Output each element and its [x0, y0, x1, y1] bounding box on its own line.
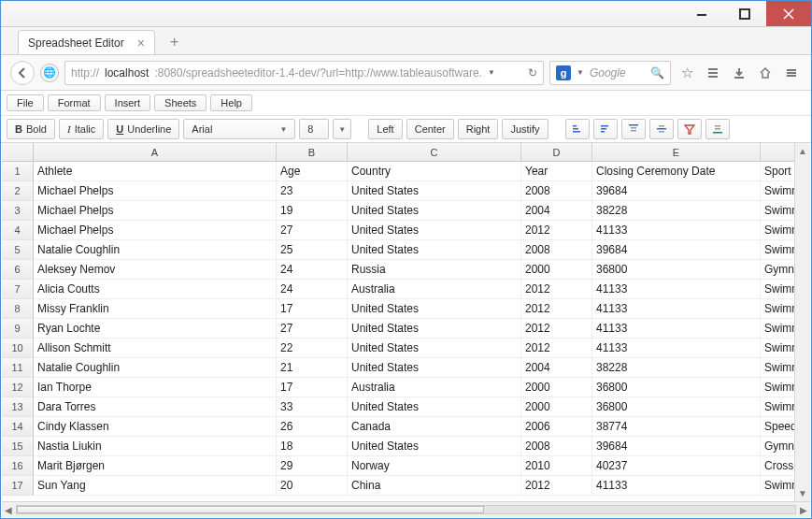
row-header[interactable]: 2 [2, 181, 34, 201]
cell[interactable]: Age [277, 162, 348, 181]
row-header[interactable]: 7 [2, 280, 34, 299]
cell[interactable]: Michael Phelps [34, 221, 277, 240]
filter-button[interactable] [677, 119, 702, 139]
font-select[interactable]: Arial▼ [183, 119, 295, 139]
scroll-up-icon[interactable]: ▲ [798, 146, 807, 156]
cell[interactable]: United States [348, 358, 521, 378]
row-header[interactable]: 6 [2, 260, 34, 280]
row-header[interactable]: 10 [2, 339, 34, 358]
scrollbar-track[interactable] [16, 505, 796, 514]
cell[interactable]: Athlete [34, 162, 277, 181]
cell[interactable]: United States [348, 201, 521, 221]
cell[interactable]: Alicia Coutts [34, 280, 277, 299]
cell[interactable]: 41133 [592, 476, 761, 496]
new-tab-button[interactable]: + [163, 30, 186, 54]
cell[interactable]: 2000 [521, 397, 592, 417]
row-header[interactable]: 12 [2, 378, 34, 397]
cell[interactable]: 41133 [592, 280, 761, 299]
spreadsheet-grid[interactable]: ABCDE1AthleteAgeCountryYearClosing Cerem… [2, 143, 810, 501]
align-center-button[interactable]: Center [406, 119, 454, 139]
cell[interactable]: Marit Bjørgen [34, 456, 277, 476]
align-justify-button[interactable]: Justify [502, 119, 548, 139]
cell[interactable]: 17 [277, 299, 348, 319]
tab-close-icon[interactable]: × [137, 36, 145, 50]
row-header[interactable]: 9 [2, 319, 34, 339]
cell[interactable]: Natalie Coughlin [34, 240, 277, 260]
cell[interactable]: 38774 [592, 417, 761, 437]
cell[interactable]: 2012 [521, 339, 592, 358]
scroll-right-icon[interactable]: ▶ [800, 505, 807, 515]
search-box[interactable]: g ▼ Google 🔍 [549, 61, 671, 85]
bookmark-star-icon[interactable]: ☆ [677, 63, 697, 83]
menu-file[interactable]: File [7, 94, 44, 111]
row-header[interactable]: 13 [2, 397, 34, 417]
menu-help[interactable]: Help [210, 94, 252, 111]
reload-icon[interactable]: ↻ [528, 66, 537, 79]
home-icon[interactable] [755, 63, 776, 83]
cell[interactable]: 36800 [592, 378, 761, 397]
cell[interactable]: 2000 [521, 378, 592, 397]
menu-icon[interactable] [781, 63, 802, 83]
cell[interactable]: United States [348, 397, 521, 417]
cell[interactable]: Michael Phelps [34, 201, 277, 221]
column-header[interactable]: D [521, 143, 592, 162]
address-bar[interactable]: http://localhost:8080/spreadsheeteditor-… [64, 61, 544, 85]
valign-bottom-button[interactable] [705, 119, 730, 139]
cell[interactable]: United States [348, 221, 521, 240]
cell[interactable]: 2006 [521, 417, 592, 437]
bookmarks-list-icon[interactable] [703, 63, 723, 83]
cell[interactable]: 25 [277, 240, 348, 260]
row-header[interactable]: 3 [2, 201, 34, 221]
column-header[interactable]: C [348, 143, 521, 162]
cell[interactable]: Sun Yang [34, 476, 277, 496]
cell[interactable]: 23 [277, 181, 348, 201]
cell[interactable]: 2008 [521, 181, 592, 201]
cell[interactable]: United States [348, 181, 521, 201]
cell[interactable]: 41133 [592, 299, 761, 319]
cell[interactable]: United States [348, 319, 521, 339]
align-left-button[interactable]: Left [368, 119, 402, 139]
cell[interactable]: United States [348, 240, 521, 260]
browser-tab[interactable]: Spreadsheet Editor × [18, 30, 155, 54]
cell[interactable]: 41133 [592, 319, 761, 339]
row-header[interactable]: 15 [2, 437, 34, 456]
close-button[interactable] [766, 1, 811, 26]
sort-desc-button[interactable] [593, 119, 618, 139]
vertical-scrollbar[interactable]: ▲ ▼ [794, 143, 810, 501]
cell[interactable]: 2004 [521, 201, 592, 221]
cell[interactable]: China [348, 476, 521, 496]
cell[interactable]: Dara Torres [34, 397, 277, 417]
cell[interactable]: 27 [277, 221, 348, 240]
dropdown-icon[interactable]: ▼ [577, 68, 584, 77]
menu-sheets[interactable]: Sheets [154, 94, 207, 111]
cell[interactable]: Natalie Coughlin [34, 358, 277, 378]
search-icon[interactable]: 🔍 [650, 66, 664, 79]
cell[interactable]: 2004 [521, 358, 592, 378]
cell[interactable]: 39684 [592, 437, 761, 456]
select-all-corner[interactable] [2, 143, 34, 162]
align-right-button[interactable]: Right [458, 119, 499, 139]
valign-middle-button[interactable] [649, 119, 674, 139]
cell[interactable]: Australia [348, 280, 521, 299]
cell[interactable]: 29 [277, 456, 348, 476]
cell[interactable]: 2012 [521, 221, 592, 240]
row-header[interactable]: 8 [2, 299, 34, 319]
cell[interactable]: 21 [277, 358, 348, 378]
cell[interactable]: 20 [277, 476, 348, 496]
cell[interactable]: 2000 [521, 260, 592, 280]
cell[interactable]: 19 [277, 201, 348, 221]
cell[interactable]: Nastia Liukin [34, 437, 277, 456]
cell[interactable]: United States [348, 339, 521, 358]
minimize-button[interactable] [680, 1, 723, 26]
dropdown-icon[interactable]: ▼ [488, 68, 495, 77]
cell[interactable]: 27 [277, 319, 348, 339]
italic-button[interactable]: IItalic [59, 119, 104, 139]
font-size-select[interactable]: 8 [299, 119, 329, 139]
cell[interactable]: Missy Franklin [34, 299, 277, 319]
bold-button[interactable]: BBold [7, 119, 55, 139]
downloads-icon[interactable] [729, 63, 749, 83]
cell[interactable]: 2012 [521, 280, 592, 299]
cell[interactable]: 26 [277, 417, 348, 437]
row-header[interactable]: 11 [2, 358, 34, 378]
cell[interactable]: Michael Phelps [34, 181, 277, 201]
